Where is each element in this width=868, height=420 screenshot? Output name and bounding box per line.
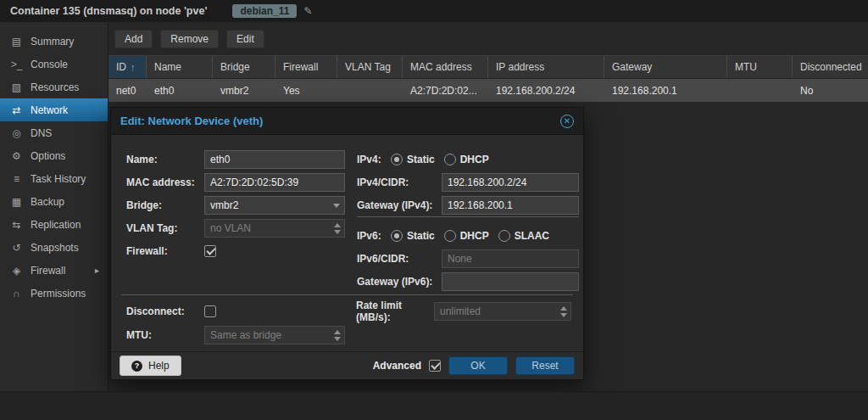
sidebar-item-label: Console bbox=[31, 59, 68, 70]
replication-icon: ⇆ bbox=[10, 219, 23, 231]
ok-button[interactable]: OK bbox=[448, 356, 508, 375]
submenu-arrow-icon: ▸ bbox=[95, 266, 99, 275]
column-header-ip-address[interactable]: IP address bbox=[488, 56, 604, 78]
add-button[interactable]: Add bbox=[114, 30, 153, 48]
resources-icon: ▧ bbox=[10, 81, 23, 93]
sidebar-item-label: Summary bbox=[31, 36, 74, 48]
network-toolbar: Add Remove Edit bbox=[108, 22, 868, 55]
sidebar-item-label: Replication bbox=[31, 219, 81, 231]
firewall-checkbox[interactable] bbox=[204, 245, 216, 257]
column-header-disconnected[interactable]: Disconnected bbox=[793, 56, 868, 78]
sidebar-item-label: DNS bbox=[31, 127, 52, 139]
advanced-checkbox[interactable] bbox=[429, 360, 441, 372]
dialog-footer: ? Help Advanced OK Reset bbox=[111, 351, 583, 379]
dialog-left-column: Name: MAC address: Bridge: VLAN Tag: bbox=[126, 150, 345, 265]
vlan-tag-spinner[interactable] bbox=[204, 219, 345, 238]
advanced-label: Advanced bbox=[373, 360, 421, 372]
sidebar-item-task-history[interactable]: ≡ Task History bbox=[0, 167, 108, 190]
column-header-mtu[interactable]: MTU bbox=[727, 56, 793, 78]
sidebar-item-label: Task History bbox=[31, 173, 86, 185]
dialog-right-column: IPv4: Static DHCP IPv4/CIDR: Gateway (IP… bbox=[357, 150, 579, 295]
sidebar-item-network[interactable]: ⇄ Network bbox=[0, 98, 108, 121]
dialog-body: Name: MAC address: Bridge: VLAN Tag: bbox=[111, 135, 583, 351]
ipv6-static-radio[interactable] bbox=[391, 230, 403, 242]
edit-tag-pencil-icon[interactable]: ✎ bbox=[303, 5, 312, 17]
ipv4-dhcp-radio[interactable] bbox=[444, 154, 456, 165]
mtu-spinner[interactable] bbox=[204, 326, 345, 344]
remove-button[interactable]: Remove bbox=[160, 30, 219, 48]
ipv6-cidr-label: IPv6/CIDR: bbox=[357, 253, 442, 265]
close-icon[interactable]: ✕ bbox=[560, 115, 574, 128]
column-header-name[interactable]: Name bbox=[147, 56, 213, 78]
spinner-arrows-icon[interactable] bbox=[331, 220, 344, 237]
ipv6-slaac-radio[interactable] bbox=[498, 230, 510, 242]
table-header: ID ↑ Name Bridge Firewall VLAN Tag MAC a… bbox=[108, 55, 868, 79]
gateway-ipv6-label: Gateway (IPv6): bbox=[357, 276, 442, 288]
spinner-arrows-icon[interactable] bbox=[331, 327, 344, 344]
sidebar-item-permissions[interactable]: ∩ Permissions bbox=[0, 282, 108, 305]
name-input[interactable] bbox=[204, 150, 345, 169]
gateway-ipv6-input[interactable] bbox=[442, 272, 579, 291]
ipv6-section-divider bbox=[357, 216, 579, 217]
column-header-mac-address[interactable]: MAC address bbox=[403, 56, 488, 78]
disconnect-checkbox[interactable] bbox=[204, 305, 216, 317]
options-gear-icon: ⚙ bbox=[10, 150, 23, 162]
sidebar-item-console[interactable]: >_ Console bbox=[0, 53, 108, 76]
column-header-gateway[interactable]: Gateway bbox=[604, 56, 727, 78]
vlan-tag-label: VLAN Tag: bbox=[126, 222, 204, 234]
help-button[interactable]: ? Help bbox=[120, 356, 181, 376]
reset-button[interactable]: Reset bbox=[515, 356, 575, 375]
sidebar-item-dns[interactable]: ◎ DNS bbox=[0, 121, 108, 144]
ipv4-cidr-label: IPv4/CIDR: bbox=[357, 176, 442, 188]
disconnect-label: Disconnect: bbox=[126, 305, 204, 317]
ipv6-cidr-input[interactable] bbox=[442, 249, 579, 268]
ipv4-dhcp-label: DHCP bbox=[460, 154, 489, 165]
spinner-arrows-icon[interactable] bbox=[557, 303, 570, 320]
ipv4-static-label: Static bbox=[407, 154, 435, 165]
rate-limit-spinner[interactable] bbox=[434, 302, 571, 321]
dialog-titlebar[interactable]: Edit: Network Device (veth) ✕ bbox=[111, 108, 583, 135]
column-header-bridge[interactable]: Bridge bbox=[213, 56, 275, 78]
rate-limit-label: Rate limit (MB/s): bbox=[356, 300, 434, 323]
sidebar-item-label: Options bbox=[31, 150, 65, 162]
ipv6-mode-label: IPv6: bbox=[357, 230, 391, 242]
cell-name: eth0 bbox=[147, 85, 213, 97]
sidebar-item-replication[interactable]: ⇆ Replication bbox=[0, 213, 108, 236]
ipv4-cidr-input[interactable] bbox=[442, 173, 579, 192]
sidebar-item-resources[interactable]: ▧ Resources bbox=[0, 76, 108, 98]
sidebar-item-summary[interactable]: ▤ Summary bbox=[0, 30, 108, 53]
cell-id: net0 bbox=[108, 85, 147, 97]
ipv6-static-label: Static bbox=[407, 230, 435, 242]
bridge-select[interactable] bbox=[204, 196, 345, 215]
dialog-title: Edit: Network Device (veth) bbox=[120, 115, 263, 127]
sidebar-item-label: Permissions bbox=[31, 288, 86, 300]
mac-address-label: MAC address: bbox=[126, 176, 204, 188]
column-header-id[interactable]: ID ↑ bbox=[108, 56, 147, 78]
sidebar-item-label: Backup bbox=[31, 196, 64, 208]
column-header-firewall[interactable]: Firewall bbox=[275, 56, 337, 78]
chevron-down-icon[interactable] bbox=[333, 204, 340, 208]
question-mark-icon: ? bbox=[131, 361, 142, 372]
edit-button[interactable]: Edit bbox=[226, 30, 264, 48]
edit-network-device-dialog: Edit: Network Device (veth) ✕ Name: MAC … bbox=[110, 107, 584, 380]
sidebar-item-options[interactable]: ⚙ Options bbox=[0, 144, 108, 167]
sidebar-item-firewall[interactable]: ◈ Firewall ▸ bbox=[0, 259, 108, 282]
cell-gateway: 192.168.200.1 bbox=[604, 85, 727, 97]
ipv6-dhcp-radio[interactable] bbox=[444, 230, 456, 242]
gateway-ipv4-input[interactable] bbox=[442, 196, 579, 215]
mac-address-input[interactable] bbox=[204, 173, 345, 192]
ipv4-static-radio[interactable] bbox=[391, 154, 403, 165]
permissions-icon: ∩ bbox=[10, 288, 23, 300]
table-row-net0[interactable]: net0 eth0 vmbr2 Yes A2:7D:2D:02... 192.1… bbox=[108, 79, 868, 102]
os-tag-badge[interactable]: debian_11 bbox=[232, 4, 297, 18]
backup-icon: ▦ bbox=[10, 196, 23, 208]
dialog-advanced-rows: Disconnect: Rate limit (MB/s): MTU: bbox=[126, 302, 577, 350]
column-header-vlan-tag[interactable]: VLAN Tag bbox=[337, 56, 403, 78]
bridge-label: Bridge: bbox=[126, 199, 204, 211]
summary-icon: ▤ bbox=[10, 36, 23, 48]
cell-disconnected: No bbox=[793, 85, 868, 97]
sort-ascending-icon: ↑ bbox=[131, 62, 136, 72]
cell-ip-address: 192.168.200.2/24 bbox=[488, 85, 604, 97]
sidebar-item-snapshots[interactable]: ↺ Snapshots bbox=[0, 236, 108, 259]
sidebar-item-backup[interactable]: ▦ Backup bbox=[0, 190, 108, 213]
